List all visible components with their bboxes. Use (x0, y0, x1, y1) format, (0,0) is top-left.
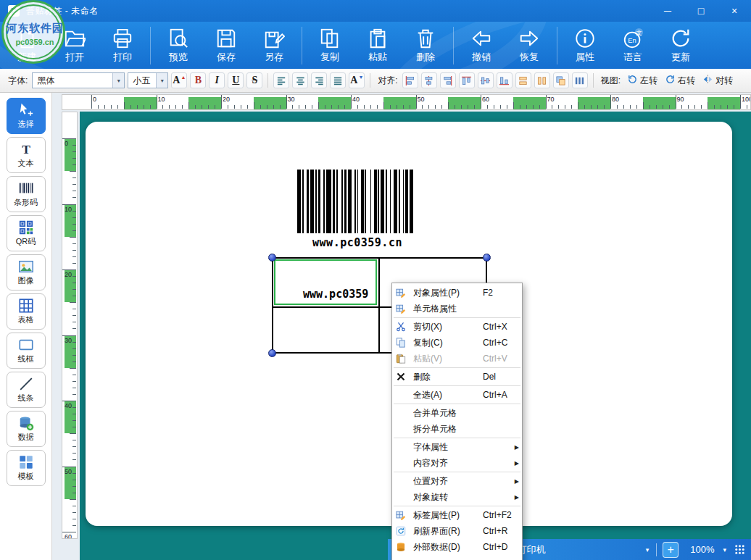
align-right-edges-button[interactable] (440, 72, 456, 88)
menu-item[interactable]: 单元格属性 (392, 301, 522, 317)
tool-barcode[interactable]: 条形码 (7, 176, 46, 212)
align-text-center-button[interactable] (292, 72, 308, 88)
menu-item[interactable]: 位置对齐▶ (392, 473, 522, 489)
strikethrough-button[interactable]: S (246, 72, 262, 88)
tool-label: 图像 (18, 275, 34, 286)
menu-item[interactable]: 删除Del (392, 369, 522, 385)
menu-item[interactable]: 对象旋转▶ (392, 489, 522, 505)
same-height-button[interactable] (534, 72, 550, 88)
properties-icon (396, 288, 410, 298)
menu-item[interactable]: 全选(A)Ctrl+A (392, 387, 522, 403)
toolbar-label: 打开 (65, 51, 84, 64)
table-icon (18, 298, 34, 314)
tool-sidebar: 选择T文本条形码QR码图像表格线框线条数据模板 (0, 93, 52, 560)
distribute-space-button[interactable] (572, 72, 588, 88)
menu-item[interactable]: 合并单元格 (392, 405, 522, 421)
selection-handle[interactable] (268, 349, 276, 357)
redo-button[interactable]: 恢复 (505, 28, 553, 64)
menu-item[interactable]: 拆分单元格 (392, 421, 522, 437)
lang-button[interactable]: En文语言 (609, 28, 657, 64)
tool-data[interactable]: 数据 (7, 411, 46, 447)
open-button[interactable]: 打开 (51, 28, 99, 64)
svg-text:文: 文 (636, 28, 642, 35)
undo-button[interactable]: 撤销 (457, 28, 505, 64)
table-column-divider[interactable] (378, 259, 380, 352)
menu-item[interactable]: 字体属性▶ (392, 439, 522, 455)
tool-image[interactable]: 图像 (7, 254, 46, 291)
tool-table[interactable]: 表格 (7, 293, 46, 330)
menu-separator (394, 367, 520, 368)
tool-qrcode[interactable]: QR码 (7, 215, 46, 251)
print-button[interactable]: 打印 (99, 28, 146, 64)
selection-handle[interactable] (483, 254, 491, 262)
align-h-centers-button[interactable] (421, 72, 437, 88)
font-decrease-button[interactable]: A▼ (349, 72, 365, 88)
new-icon (16, 28, 38, 49)
barcode-bars-icon (297, 170, 418, 233)
menu-item[interactable]: 刷新界面(R)Ctrl+R (392, 523, 522, 539)
menu-item-label: 对象属性(P) (413, 287, 460, 299)
text-icon: T (18, 141, 34, 157)
tool-frame[interactable]: 线框 (7, 333, 46, 369)
tool-template[interactable]: 模板 (7, 450, 46, 486)
svg-text:En: En (628, 36, 636, 43)
menu-shortcut: F2 (483, 288, 519, 298)
saveas-button[interactable]: 另存 (250, 28, 298, 64)
font-family-select[interactable]: 黑体▾ (32, 72, 125, 88)
menu-item[interactable]: 对象属性(P)F2 (392, 285, 522, 301)
toolbar-label: 删除 (416, 51, 435, 64)
align-bottom-edges-button[interactable] (497, 72, 513, 88)
align-v-centers-button[interactable] (478, 72, 494, 88)
maximize-button[interactable]: □ (684, 0, 718, 22)
same-width-button[interactable] (515, 72, 531, 88)
menu-item-label: 位置对齐 (413, 475, 448, 488)
rotate-left-button[interactable]: 左转 (625, 72, 660, 88)
selection-handle[interactable] (268, 254, 276, 262)
new-button[interactable]: 新建 (3, 28, 51, 64)
align-text-justify-button[interactable] (330, 72, 346, 88)
font-size-select[interactable]: 小五▾ (128, 72, 168, 88)
menu-item[interactable]: 标签属性(P)Ctrl+F2 (392, 507, 522, 523)
printer-dropdown-caret-icon[interactable]: ▾ (646, 546, 650, 553)
barcode-object[interactable]: www.pc0359.cn (297, 170, 418, 249)
dropdown-caret-icon[interactable]: ▾ (156, 73, 167, 88)
align-text-right-button[interactable] (311, 72, 327, 88)
align-text-left-button[interactable] (273, 72, 289, 88)
flip-button[interactable]: 对转 (700, 72, 735, 88)
tool-select[interactable]: 选择 (7, 98, 46, 134)
rotate-right-button[interactable]: 右转 (663, 72, 697, 88)
align-top-edges-button[interactable] (459, 72, 475, 88)
dropdown-caret-icon[interactable]: ▾ (112, 73, 124, 88)
view-button-label: 对转 (715, 75, 733, 87)
menu-item-label: 字体属性 (413, 441, 448, 454)
menu-item[interactable]: 外部数据(D)Ctrl+D (392, 539, 522, 555)
bold-button[interactable]: B (190, 72, 206, 88)
tool-line[interactable]: 线条 (7, 372, 46, 408)
paste-button[interactable]: 粘贴 (354, 28, 402, 64)
zoom-in-button[interactable]: + (663, 542, 679, 558)
align-left-edges-button[interactable] (402, 72, 418, 88)
tool-text[interactable]: T文本 (7, 137, 46, 173)
toolbar-label: 撤销 (472, 51, 491, 64)
database-icon (396, 542, 410, 553)
props-button[interactable]: 属性 (561, 28, 609, 64)
preview-button[interactable]: 预览 (154, 28, 202, 64)
underline-button[interactable]: U (228, 72, 244, 88)
menu-item[interactable]: 内容对齐▶ (392, 455, 522, 471)
menu-item-label: 合并单元格 (413, 407, 457, 419)
menu-item[interactable]: 复制(C)Ctrl+C (392, 335, 522, 351)
copy-button[interactable]: 复制 (306, 28, 354, 64)
zoom-select[interactable]: 100% ▾ (684, 543, 732, 556)
same-size-button[interactable] (553, 72, 569, 88)
italic-button[interactable]: I (209, 72, 225, 88)
font-increase-button[interactable]: A▲ (171, 72, 187, 88)
minimize-button[interactable]: ─ (651, 0, 684, 22)
save-button[interactable]: 保存 (202, 28, 250, 64)
close-button[interactable]: × (718, 0, 751, 22)
menu-item[interactable]: 剪切(X)Ctrl+X (392, 319, 522, 335)
menu-shortcut: Ctrl+A (483, 390, 519, 400)
table-cell-text: www.pc0359 (303, 288, 368, 301)
toolbar-separator (150, 27, 151, 64)
update-button[interactable]: 更新 (657, 28, 705, 64)
delete-button[interactable]: 删除 (402, 28, 449, 64)
